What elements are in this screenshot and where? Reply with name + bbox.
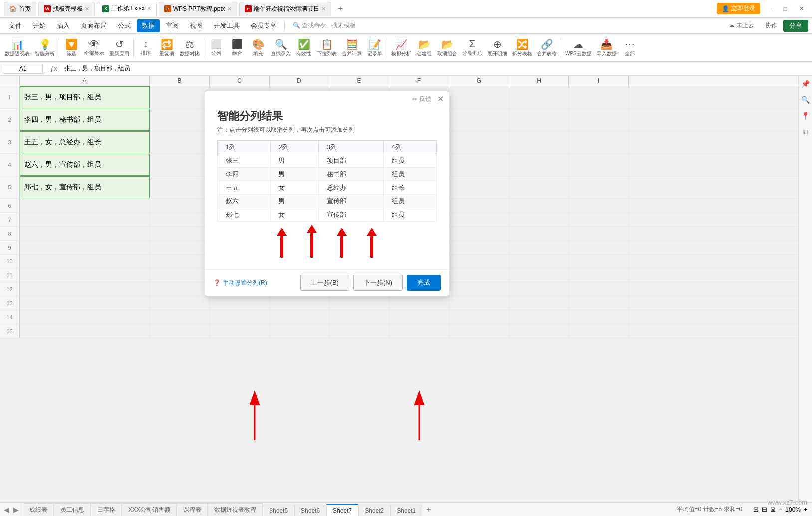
split-column-header[interactable]: 4列: [383, 141, 437, 154]
list-item[interactable]: [150, 199, 210, 212]
list-item[interactable]: [150, 255, 210, 268]
tool-mergecalc[interactable]: 🧮 合并计算: [340, 37, 364, 58]
tool-showall[interactable]: 👁 全部显示: [82, 37, 106, 58]
list-item[interactable]: [569, 227, 629, 240]
list-item[interactable]: [569, 213, 629, 226]
list-item[interactable]: [449, 255, 509, 268]
sheet-tab-sheet7[interactable]: Sheet7: [326, 504, 358, 516]
col-header-f[interactable]: F: [389, 76, 449, 86]
tool-analysis[interactable]: 💡 智能分析: [33, 37, 57, 58]
tool-subtotal[interactable]: Σ 分类汇总: [460, 37, 484, 58]
list-item[interactable]: [509, 310, 569, 324]
list-item[interactable]: [449, 268, 509, 282]
list-item[interactable]: [210, 324, 270, 338]
list-item[interactable]: [509, 131, 569, 153]
list-item[interactable]: [150, 109, 210, 131]
login-button[interactable]: 👤 立即登录: [717, 3, 760, 14]
list-item[interactable]: [20, 282, 150, 296]
col-header-b[interactable]: B: [150, 76, 210, 86]
list-item[interactable]: [389, 296, 449, 310]
list-item[interactable]: 王五，女，总经办，组长: [20, 131, 150, 153]
menu-review[interactable]: 审阅: [161, 19, 184, 32]
tab-workbook[interactable]: X 工作第3.xlsx ✕: [97, 2, 157, 16]
manual-split-link[interactable]: ❓ 手动设置分列(R): [213, 279, 267, 287]
list-item[interactable]: [509, 255, 569, 268]
list-item[interactable]: [20, 268, 150, 282]
sheet-tab-sales[interactable]: XXX公司销售额: [122, 503, 177, 516]
collab-btn[interactable]: 协作: [760, 19, 782, 32]
tab-ppt[interactable]: P WPS PPT教程.pptx ✕: [159, 2, 237, 16]
tool-creategroup[interactable]: 📂 创建组: [414, 37, 434, 58]
sheet-next[interactable]: ▶: [11, 506, 21, 514]
list-item[interactable]: [150, 310, 210, 324]
list-item[interactable]: [449, 241, 509, 254]
dialog-close-button[interactable]: ✕: [437, 94, 444, 104]
done-button[interactable]: 完成: [407, 275, 441, 291]
list-item[interactable]: [150, 324, 210, 338]
zoom-in[interactable]: +: [804, 506, 807, 513]
tool-repeat[interactable]: 🔁 重复项: [157, 37, 177, 58]
list-item[interactable]: [389, 310, 449, 324]
maximize-button[interactable]: □: [778, 3, 792, 14]
split-result-dialog[interactable]: ✏ 反馈 ✕ 智能分列结果 注：点击分列线可以取消分列，再次点击可添加分列 1列…: [205, 91, 449, 296]
list-item[interactable]: [150, 86, 210, 108]
list-item[interactable]: [509, 154, 569, 176]
list-item[interactable]: [210, 310, 270, 324]
sheet-tab-sheet5[interactable]: Sheet5: [263, 505, 294, 516]
list-item[interactable]: [329, 310, 389, 324]
menu-data[interactable]: 数据: [137, 19, 160, 32]
share-btn[interactable]: 分享: [783, 20, 808, 32]
list-item[interactable]: [150, 227, 210, 240]
list-item[interactable]: [20, 199, 150, 212]
list-item[interactable]: [150, 176, 210, 198]
list-item[interactable]: [150, 154, 210, 176]
list-item[interactable]: [569, 310, 629, 324]
tab-pdf[interactable]: P 端午狂欢祝福浓情满节日 ✕: [239, 2, 331, 16]
list-item[interactable]: [20, 213, 150, 226]
tool-merge[interactable]: ⬛ 组合: [227, 38, 247, 58]
list-item[interactable]: [569, 154, 629, 176]
list-item[interactable]: [449, 109, 509, 131]
list-item[interactable]: [150, 131, 210, 153]
tool-findenter[interactable]: 🔍 查找录入: [269, 37, 293, 58]
split-column-header[interactable]: 1列: [218, 141, 271, 154]
list-item[interactable]: [569, 109, 629, 131]
tab-template[interactable]: W 找板壳模板 ✕: [38, 2, 95, 16]
menu-search[interactable]: 🔍 查找命令、搜索模板: [288, 19, 361, 32]
tool-reapply[interactable]: ↺ 重新应用: [107, 37, 131, 58]
list-item[interactable]: [569, 131, 629, 153]
sheet-tab-tutorial[interactable]: 数据透视表教程: [208, 503, 263, 516]
tab-pdf-close[interactable]: ✕: [321, 6, 326, 12]
sheet-tab-grades[interactable]: 成绩表: [23, 503, 54, 516]
tab-ppt-close[interactable]: ✕: [227, 6, 232, 12]
list-item[interactable]: [449, 154, 509, 176]
list-item[interactable]: [20, 241, 150, 254]
minimize-button[interactable]: ─: [762, 3, 776, 14]
tool-compare[interactable]: ⚖ 数据对比: [178, 37, 202, 58]
list-item[interactable]: [509, 296, 569, 310]
formula-function-button[interactable]: ƒx: [47, 65, 60, 72]
list-item[interactable]: [509, 109, 569, 131]
sheet-tab-sheet1[interactable]: Sheet1: [390, 505, 422, 516]
tool-split[interactable]: ⬜ 分列: [206, 38, 226, 58]
tool-fill[interactable]: 🎨 填充: [248, 37, 268, 58]
sheet-tab-tian[interactable]: 田字格: [91, 503, 122, 516]
list-item[interactable]: [449, 131, 509, 153]
menu-start[interactable]: 开始: [28, 19, 51, 32]
list-item[interactable]: [150, 282, 210, 296]
list-item[interactable]: [270, 324, 329, 338]
menu-file[interactable]: 文件: [4, 19, 27, 32]
list-item[interactable]: [509, 199, 569, 212]
page-break-view[interactable]: ⊠: [770, 506, 776, 513]
list-item[interactable]: [20, 296, 150, 310]
page-layout-view[interactable]: ⊟: [762, 506, 767, 513]
new-tab-button[interactable]: ＋: [333, 3, 347, 14]
sidebar-search-icon[interactable]: 🔍: [800, 94, 812, 106]
cell-reference[interactable]: [3, 64, 43, 74]
list-item[interactable]: 张三，男，项目部，组员: [20, 86, 150, 108]
tool-simulate[interactable]: 📈 模拟分析: [389, 37, 413, 58]
list-item[interactable]: [569, 241, 629, 254]
sheet-add[interactable]: +: [422, 503, 435, 516]
list-item[interactable]: [150, 241, 210, 254]
menu-insert[interactable]: 插入: [52, 19, 75, 32]
